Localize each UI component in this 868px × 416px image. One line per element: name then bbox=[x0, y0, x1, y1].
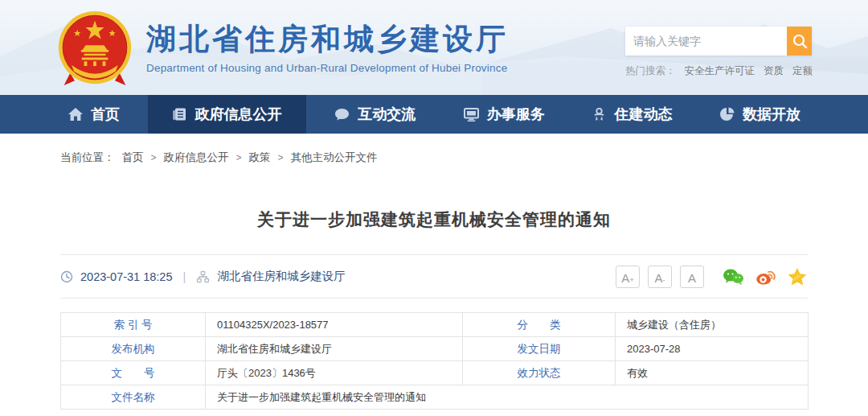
monitor-icon bbox=[463, 106, 480, 122]
wechat-share-icon[interactable] bbox=[722, 267, 744, 286]
nav-item-label: 办事服务 bbox=[487, 105, 545, 124]
issuing-agency-label: 发布机构 bbox=[61, 337, 206, 361]
breadcrumb-separator: > bbox=[151, 152, 157, 163]
table-row: 发布机构 湖北省住房和城乡建设厅 发文日期 2023-07-28 bbox=[61, 337, 809, 361]
search-input[interactable] bbox=[625, 27, 787, 56]
site-brand: 湖北省住房和城乡建设厅 Department of Housing and Ur… bbox=[56, 10, 509, 87]
category-label: 分 类 bbox=[463, 313, 616, 337]
nav-item-open-data[interactable]: 数据开放 bbox=[700, 95, 820, 134]
document-number-label: 文 号 bbox=[61, 361, 206, 385]
main-nav: 首页 政府信息公开 互动交流 bbox=[0, 95, 868, 134]
breadcrumb-gov-info[interactable]: 政府信息公开 bbox=[164, 150, 229, 165]
site-subtitle: Department of Housing and Urban-Rural De… bbox=[146, 62, 509, 74]
medal-icon bbox=[592, 106, 607, 122]
nav-item-home[interactable]: 首页 bbox=[48, 95, 139, 134]
document-number-value: 厅头〔2023〕1436号 bbox=[206, 361, 463, 385]
article: 关于进一步加强建筑起重机械安全管理的通知 2023-07-31 18:25 | … bbox=[60, 208, 808, 410]
table-row: 索 引 号 01104325X/2023-18577 分 类 城乡建设（含住房） bbox=[61, 313, 809, 337]
nav-item-interaction[interactable]: 互动交流 bbox=[314, 95, 435, 134]
page: 湖北省住房和城乡建设厅 Department of Housing and Ur… bbox=[0, 0, 868, 416]
nav-item-label: 互动交流 bbox=[358, 105, 416, 124]
qzone-share-icon[interactable] bbox=[787, 267, 808, 286]
hot-search-label: 热门搜索： bbox=[625, 64, 676, 78]
hot-search-link-quota[interactable]: 定额 bbox=[792, 64, 813, 78]
font-reset-button[interactable]: A bbox=[680, 266, 704, 288]
font-increase-button[interactable]: A+ bbox=[616, 266, 640, 288]
breadcrumb-separator: > bbox=[236, 152, 242, 163]
national-emblem-logo bbox=[56, 10, 133, 87]
clock-icon bbox=[60, 270, 73, 283]
issue-date-label: 发文日期 bbox=[463, 337, 616, 361]
nav-item-label: 住建动态 bbox=[614, 105, 672, 124]
breadcrumb: 当前位置： 首页 > 政府信息公开 > 政策 > 其他主动公开文件 bbox=[60, 134, 808, 165]
search-icon bbox=[792, 33, 808, 49]
category-value: 城乡建设（含住房） bbox=[616, 313, 809, 337]
index-number-label: 索 引 号 bbox=[61, 313, 206, 337]
publish-datetime: 2023-07-31 18:25 bbox=[80, 270, 173, 283]
breadcrumb-current[interactable]: 其他主动公开文件 bbox=[291, 150, 378, 165]
breadcrumb-separator: > bbox=[278, 152, 284, 163]
hot-search: 热门搜索： 安全生产许可证 资质 定额 bbox=[625, 64, 812, 78]
search-area: 热门搜索： 安全生产许可证 资质 定额 bbox=[625, 27, 812, 78]
nav-item-label: 数据开放 bbox=[743, 105, 800, 124]
weibo-share-icon[interactable] bbox=[755, 267, 776, 286]
nav-item-news[interactable]: 住建动态 bbox=[572, 95, 691, 134]
article-title: 关于进一步加强建筑起重机械安全管理的通知 bbox=[60, 208, 808, 231]
chat-icon bbox=[334, 106, 350, 122]
meta-divider: | bbox=[183, 270, 186, 283]
nav-item-services[interactable]: 办事服务 bbox=[444, 95, 564, 134]
article-meta-bar: 2023-07-31 18:25 | 湖北省住房和城乡建设厅 A+ A- A bbox=[60, 254, 808, 299]
breadcrumb-policy[interactable]: 政策 bbox=[249, 150, 271, 165]
issue-date-value: 2023-07-28 bbox=[616, 337, 809, 361]
table-row: 文 号 厅头〔2023〕1436号 效力状态 有效 bbox=[61, 361, 809, 385]
validity-status-label: 效力状态 bbox=[463, 361, 616, 385]
pie-chart-icon bbox=[719, 106, 735, 122]
hot-search-link-license[interactable]: 安全生产许可证 bbox=[685, 64, 755, 78]
font-decrease-button[interactable]: A- bbox=[648, 266, 672, 288]
nav-item-label: 政府信息公开 bbox=[195, 105, 282, 124]
document-name-value: 关于进一步加强建筑起重机械安全管理的通知 bbox=[206, 385, 809, 410]
validity-status-value: 有效 bbox=[616, 361, 809, 385]
breadcrumb-home[interactable]: 首页 bbox=[122, 150, 144, 165]
index-number-value: 01104325X/2023-18577 bbox=[206, 313, 463, 337]
table-row: 文件名称 关于进一步加强建筑起重机械安全管理的通知 bbox=[61, 385, 809, 410]
home-icon bbox=[68, 106, 84, 122]
nav-item-label: 首页 bbox=[91, 105, 120, 124]
nav-item-gov-info[interactable]: 政府信息公开 bbox=[148, 95, 306, 134]
issuing-agency-value: 湖北省住房和城乡建设厅 bbox=[206, 337, 463, 361]
breadcrumb-label: 当前位置： bbox=[60, 150, 115, 165]
hot-search-link-qualification[interactable]: 资质 bbox=[764, 64, 784, 78]
document-name-label: 文件名称 bbox=[61, 385, 206, 410]
site-header: 湖北省住房和城乡建设厅 Department of Housing and Ur… bbox=[0, 0, 868, 95]
document-icon bbox=[172, 106, 188, 122]
organization-icon bbox=[196, 270, 210, 283]
publish-source: 湖北省住房和城乡建设厅 bbox=[217, 269, 346, 284]
share-icons bbox=[722, 267, 808, 286]
search-button[interactable] bbox=[787, 27, 812, 56]
site-title: 湖北省住房和城乡建设厅 bbox=[146, 23, 509, 57]
document-info-table: 索 引 号 01104325X/2023-18577 分 类 城乡建设（含住房）… bbox=[60, 312, 809, 410]
